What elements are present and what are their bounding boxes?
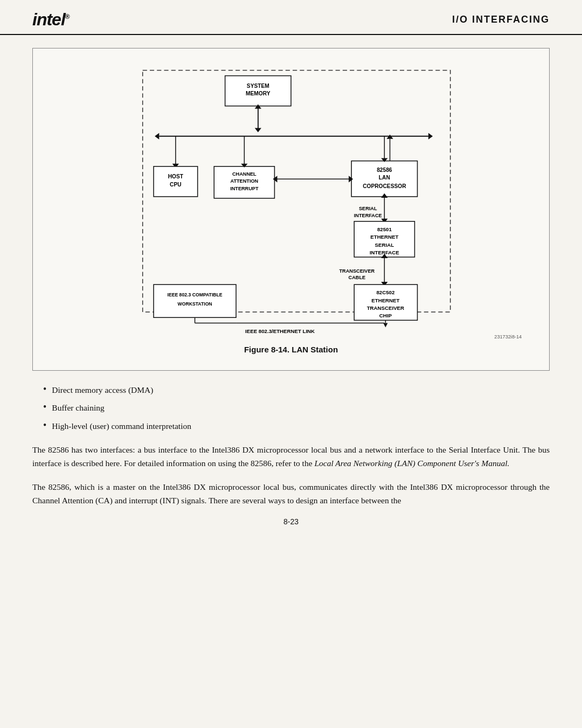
- svg-text:LAN: LAN: [379, 175, 390, 181]
- svg-text:82C502: 82C502: [376, 289, 394, 295]
- svg-text:82586: 82586: [377, 167, 392, 173]
- figure-container: SYSTEM MEMORY HOST CPU CHANNEL: [32, 48, 550, 371]
- svg-text:TRANSCEIVER: TRANSCEIVER: [340, 268, 375, 274]
- svg-text:82501: 82501: [377, 226, 392, 232]
- svg-text:SERIAL: SERIAL: [375, 242, 394, 248]
- svg-text:CHANNEL: CHANNEL: [232, 171, 257, 177]
- lan-diagram: SYSTEM MEMORY HOST CPU CHANNEL: [44, 59, 538, 339]
- list-item: Direct memory access (DMA): [43, 384, 550, 396]
- svg-text:CHIP: CHIP: [379, 313, 392, 318]
- intel-logo: intel®: [32, 10, 70, 30]
- svg-text:TRANSCEIVER: TRANSCEIVER: [367, 305, 404, 311]
- figure-caption: Figure 8-14. LAN Station: [44, 345, 538, 354]
- list-item: High-level (user) command interpretation: [43, 420, 550, 432]
- svg-text:HOST: HOST: [168, 174, 184, 179]
- svg-marker-9: [155, 133, 159, 140]
- bullet-list: Direct memory access (DMA) Buffer chaini…: [43, 384, 550, 432]
- svg-text:CABLE: CABLE: [349, 275, 366, 280]
- bullet-text: High-level (user) command interpretation: [52, 420, 191, 432]
- svg-text:ETHERNET: ETHERNET: [370, 234, 398, 240]
- svg-text:MEMORY: MEMORY: [246, 91, 271, 96]
- svg-text:SYSTEM: SYSTEM: [247, 83, 269, 89]
- list-item: Buffer chaining: [43, 401, 550, 414]
- page-header: intel® I/O INTERFACING: [0, 0, 582, 35]
- svg-text:SERIAL: SERIAL: [359, 206, 377, 211]
- logo-registered: ®: [65, 13, 70, 20]
- paragraph-1: The 82586 has two interfaces: a bus inte…: [32, 443, 550, 470]
- svg-text:INTERRUPT: INTERRUPT: [230, 186, 259, 191]
- svg-text:WORKSTATION: WORKSTATION: [178, 301, 212, 307]
- svg-text:ATTENTION: ATTENTION: [230, 178, 258, 184]
- svg-text:IEEE 802.3 COMPATIBLE: IEEE 802.3 COMPATIBLE: [167, 292, 222, 297]
- bullet-text: Direct memory access (DMA): [52, 384, 153, 396]
- svg-marker-10: [428, 133, 433, 140]
- svg-text:COPROCESSOR: COPROCESSOR: [363, 183, 406, 189]
- svg-text:CPU: CPU: [170, 182, 182, 188]
- page-number: 8-23: [32, 517, 550, 526]
- svg-text:ETHERNET: ETHERNET: [371, 297, 399, 303]
- svg-text:231732i8-14: 231732i8-14: [494, 334, 522, 339]
- content-area: Direct memory access (DMA) Buffer chaini…: [0, 371, 582, 542]
- svg-marker-61: [383, 323, 387, 327]
- svg-text:INTERFACE: INTERFACE: [354, 213, 382, 218]
- svg-text:IEEE 802.3/ETHERNET LINK: IEEE 802.3/ETHERNET LINK: [245, 328, 315, 334]
- diagram-area: SYSTEM MEMORY HOST CPU CHANNEL: [44, 59, 538, 339]
- paragraph-2: The 82586, which is a master on the Inte…: [32, 480, 550, 508]
- bullet-text: Buffer chaining: [52, 401, 104, 414]
- page-title: I/O INTERFACING: [452, 14, 550, 25]
